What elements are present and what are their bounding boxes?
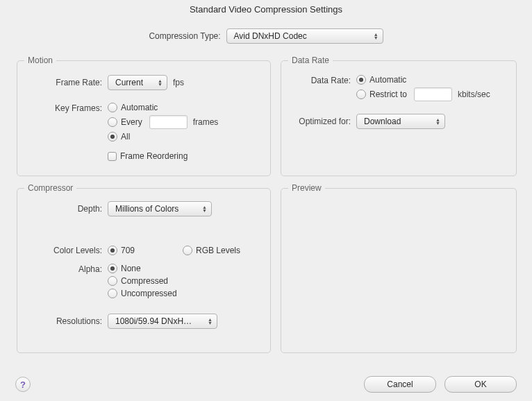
compressor-legend: Compressor (24, 183, 76, 193)
alpha-uncompressed-radio[interactable] (108, 289, 117, 298)
data-rate-automatic-label: Automatic (369, 75, 406, 85)
key-frames-every-field[interactable] (149, 115, 188, 129)
cancel-button-label: Cancel (387, 379, 413, 389)
preview-group: Preview (281, 183, 517, 353)
data-rate-group: Data Rate Data Rate: Automatic Restrict … (281, 56, 517, 176)
compression-type-label: Compression Type: (149, 31, 220, 41)
color-levels-rgb-radio[interactable] (183, 246, 192, 255)
color-levels-709-label: 709 (121, 246, 135, 255)
updown-arrows-icon: ▲▼ (374, 33, 379, 40)
ok-button[interactable]: OK (444, 376, 517, 393)
resolutions-value: 1080i/59.94 DNxH… (115, 316, 192, 326)
optimized-for-select[interactable]: Download ▲▼ (356, 114, 445, 129)
data-rate-legend: Data Rate (288, 56, 333, 65)
alpha-compressed-radio[interactable] (108, 276, 117, 286)
window-title: Standard Video Compression Settings (0, 0, 532, 20)
resolutions-select[interactable]: 1080i/59.94 DNxH… ▲▼ (108, 314, 217, 329)
alpha-uncompressed-label: Uncompressed (121, 289, 177, 298)
key-frames-automatic-label: Automatic (121, 103, 158, 112)
data-rate-restrict-unit: kbits/sec (458, 89, 490, 99)
frame-reordering-label: Frame Reordering (120, 151, 188, 161)
updown-arrows-icon: ▲▼ (208, 318, 213, 325)
depth-label: Depth: (17, 204, 108, 214)
frame-reordering-checkbox[interactable] (108, 152, 117, 161)
alpha-label: Alpha: (17, 264, 108, 274)
depth-value: Millions of Colors (115, 204, 178, 214)
updown-arrows-icon: ▲▼ (202, 205, 207, 212)
updown-arrows-icon: ▲▼ (435, 118, 440, 125)
color-levels-709-radio[interactable] (108, 246, 117, 255)
compression-type-value: Avid DNxHD Codec (234, 31, 307, 41)
color-levels-rgb-label: RGB Levels (196, 246, 240, 255)
key-frames-every-unit: frames (193, 117, 219, 127)
data-rate-automatic-radio[interactable] (356, 75, 366, 85)
compressor-group: Compressor Depth: Millions of Colors ▲▼ … (17, 183, 271, 353)
alpha-compressed-label: Compressed (121, 276, 168, 286)
help-button[interactable]: ? (15, 377, 31, 392)
frame-rate-value: Current (115, 78, 143, 87)
ok-button-label: OK (474, 379, 486, 389)
optimized-for-value: Download (364, 117, 401, 126)
key-frames-every-label: Every (121, 117, 142, 127)
alpha-none-label: None (121, 264, 141, 273)
data-rate-restrict-field[interactable] (414, 87, 452, 101)
frame-rate-unit: fps (173, 78, 184, 87)
depth-select[interactable]: Millions of Colors ▲▼ (108, 201, 212, 216)
data-rate-label: Data Rate: (281, 75, 356, 85)
resolutions-label: Resolutions: (17, 316, 108, 326)
frame-rate-select[interactable]: Current ▲▼ (108, 75, 167, 90)
color-levels-label: Color Levels: (17, 246, 108, 255)
key-frames-all-label: All (121, 132, 130, 142)
data-rate-restrict-label: Restrict to (369, 89, 407, 99)
alpha-none-radio[interactable] (108, 264, 117, 273)
key-frames-automatic-radio[interactable] (108, 103, 117, 112)
frame-rate-label: Frame Rate: (17, 78, 108, 87)
motion-legend: Motion (24, 56, 56, 65)
key-frames-every-radio[interactable] (108, 117, 117, 127)
optimized-for-label: Optimized for: (281, 117, 356, 126)
key-frames-all-radio[interactable] (108, 132, 117, 142)
motion-group: Motion Frame Rate: Current ▲▼ fps Key Fr… (17, 56, 271, 176)
compression-type-select[interactable]: Avid DNxHD Codec ▲▼ (226, 28, 383, 44)
cancel-button[interactable]: Cancel (364, 376, 436, 393)
data-rate-restrict-radio[interactable] (356, 89, 366, 99)
updown-arrows-icon: ▲▼ (158, 79, 163, 86)
key-frames-label: Key Frames: (17, 103, 108, 113)
preview-legend: Preview (288, 183, 325, 193)
